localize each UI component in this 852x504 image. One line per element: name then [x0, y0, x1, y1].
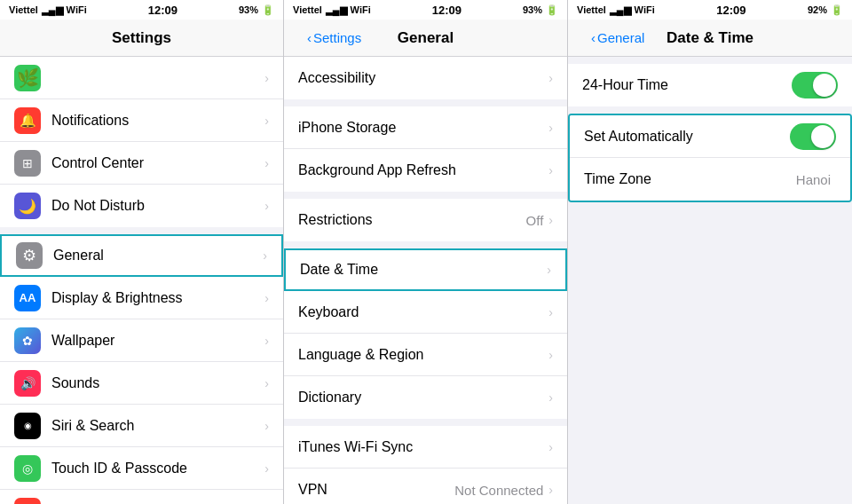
- section-storage: iPhone Storage › Background App Refresh …: [284, 106, 567, 192]
- toggle-knob-24-hour: [813, 74, 836, 97]
- time-zone-value: Hanoi: [796, 172, 831, 187]
- row-language-region[interactable]: Language & Region ›: [284, 334, 567, 376]
- row-24-hour-time[interactable]: 24-Hour Time: [568, 64, 852, 106]
- dictionary-label: Dictionary: [298, 390, 548, 406]
- toggle-knob-set-auto: [811, 125, 834, 148]
- status-left: Viettel ▂▄▆ WiFi: [9, 4, 87, 16]
- highlighted-section: Set Automatically Time Zone Hanoi: [568, 114, 852, 202]
- wifi-mid: WiFi: [351, 4, 371, 15]
- battery-left: 93%: [239, 4, 258, 15]
- battery-mid: 93%: [523, 4, 542, 15]
- general-panel: Viettel ▂▄▆ WiFi 12:09 93% 🔋 ‹ Settings …: [284, 0, 568, 504]
- touch-id-label: Touch ID & Passcode: [51, 461, 264, 476]
- spacer-mid-2: [284, 192, 567, 199]
- row-accessibility[interactable]: Accessibility ›: [284, 57, 567, 99]
- nav-title-mid: General: [398, 29, 454, 47]
- chevron-keyboard: ›: [548, 305, 553, 319]
- section-accessibility: Accessibility ›: [284, 57, 567, 99]
- section-date-keyboard: Date & Time › Keyboard › Language & Regi…: [284, 248, 567, 419]
- sidebar-item-control-center[interactable]: ⊞ Control Center ›: [0, 142, 283, 185]
- sidebar-item-sounds[interactable]: 🔊 Sounds ›: [0, 362, 283, 405]
- sidebar-item-emergency-sos[interactable]: SOS Emergency SOS ›: [0, 490, 283, 504]
- touch-id-icon: ◎: [14, 455, 41, 482]
- date-time-panel: Viettel ▂▄▆ WiFi 12:09 92% 🔋 ‹ General D…: [568, 0, 852, 504]
- status-left-mid: Viettel ▂▄▆ WiFi: [293, 4, 371, 16]
- chevron-display: ›: [264, 291, 269, 305]
- spacer-mid-4: [284, 419, 567, 426]
- chevron-notifications: ›: [264, 114, 269, 128]
- row-vpn[interactable]: VPN Not Connected ›: [284, 469, 567, 504]
- sidebar-item-do-not-disturb[interactable]: 🌙 Do Not Disturb ›: [0, 185, 283, 227]
- chevron-icon: ›: [264, 71, 269, 85]
- chevron-accessibility: ›: [548, 71, 553, 85]
- chevron-restrictions: ›: [548, 213, 553, 227]
- status-right-right: 92% 🔋: [808, 4, 843, 16]
- row-set-automatically[interactable]: Set Automatically: [570, 115, 850, 158]
- back-chevron-right: ‹: [591, 30, 596, 45]
- carrier-left: Viettel: [9, 4, 38, 15]
- row-restrictions[interactable]: Restrictions Off ›: [284, 199, 567, 241]
- signal-left: ▂▄▆: [42, 4, 63, 16]
- battery-icon-mid: 🔋: [546, 4, 558, 16]
- chevron-background-refresh: ›: [548, 163, 553, 177]
- back-button-mid[interactable]: ‹ Settings: [307, 30, 361, 45]
- settings-list-left: 🌿 › 🔔 Notifications › ⊞ Control Center ›: [0, 57, 283, 504]
- sidebar-item-siri[interactable]: ◉ Siri & Search ›: [0, 405, 283, 447]
- chevron-date-time: ›: [547, 263, 551, 277]
- status-right-mid: 93% 🔋: [523, 4, 558, 16]
- language-region-label: Language & Region: [298, 347, 548, 363]
- row-time-zone[interactable]: Time Zone Hanoi: [570, 158, 850, 201]
- control-center-icon: ⊞: [14, 150, 41, 177]
- row-date-time[interactable]: Date & Time ›: [284, 248, 567, 291]
- time-mid: 12:09: [432, 4, 462, 17]
- spacer-mid-3: [284, 241, 567, 248]
- settings-list-right: 24-Hour Time Set Automatically Time Zone…: [568, 57, 852, 504]
- notifications-label: Notifications: [51, 113, 264, 129]
- row-dictionary[interactable]: Dictionary ›: [284, 376, 567, 419]
- time-right: 12:09: [716, 4, 746, 17]
- do-not-disturb-label: Do Not Disturb: [51, 198, 264, 214]
- battery-icon-left: 🔋: [262, 4, 274, 16]
- nav-bar-mid: ‹ Settings General: [284, 20, 567, 57]
- row-background-refresh[interactable]: Background App Refresh ›: [284, 149, 567, 192]
- time-left: 12:09: [148, 4, 178, 17]
- date-time-label: Date & Time: [300, 262, 547, 278]
- carrier-right: Viettel: [577, 4, 606, 15]
- toggle-set-automatically[interactable]: [790, 123, 836, 150]
- section-itunes-vpn: iTunes Wi-Fi Sync › VPN Not Connected ›: [284, 426, 567, 504]
- row-itunes-wifi-sync[interactable]: iTunes Wi-Fi Sync ›: [284, 426, 567, 469]
- keyboard-label: Keyboard: [298, 304, 548, 320]
- sidebar-item-touch-id[interactable]: ◎ Touch ID & Passcode ›: [0, 447, 283, 490]
- top-icon: 🌿: [14, 65, 41, 91]
- section-general-group: ⚙ General › AA Display & Brightness › ✿ …: [0, 234, 283, 504]
- vpn-value: Not Connected: [454, 483, 543, 498]
- 24-hour-label: 24-Hour Time: [582, 77, 792, 93]
- settings-row-top-icon[interactable]: 🌿 ›: [0, 57, 283, 99]
- sidebar-item-general[interactable]: ⚙ General ›: [0, 234, 283, 277]
- sidebar-item-notifications[interactable]: 🔔 Notifications ›: [0, 99, 283, 142]
- spacer-right-1: [568, 57, 852, 64]
- sidebar-item-display[interactable]: AA Display & Brightness ›: [0, 277, 283, 319]
- itunes-wifi-label: iTunes Wi-Fi Sync: [298, 439, 548, 455]
- back-button-right[interactable]: ‹ General: [591, 30, 644, 45]
- status-left-right: Viettel ▂▄▆ WiFi: [577, 4, 655, 16]
- restrictions-label: Restrictions: [298, 212, 526, 228]
- row-iphone-storage[interactable]: iPhone Storage ›: [284, 106, 567, 149]
- carrier-mid: Viettel: [293, 4, 322, 15]
- chevron-touch-id: ›: [264, 461, 269, 476]
- section-24hour: 24-Hour Time: [568, 64, 852, 106]
- row-keyboard[interactable]: Keyboard ›: [284, 291, 567, 334]
- nav-title-left: Settings: [112, 29, 171, 47]
- sidebar-item-wallpaper[interactable]: ✿ Wallpaper ›: [0, 319, 283, 362]
- chevron-sounds: ›: [264, 376, 269, 390]
- iphone-storage-label: iPhone Storage: [298, 120, 548, 136]
- chevron-siri: ›: [264, 419, 269, 433]
- back-chevron-mid: ‹: [307, 30, 312, 45]
- display-label: Display & Brightness: [51, 290, 264, 306]
- siri-label: Siri & Search: [51, 418, 264, 434]
- do-not-disturb-icon: 🌙: [14, 193, 41, 219]
- spacer-right-2: [568, 106, 852, 114]
- nav-bar-left: Settings: [0, 20, 283, 57]
- status-bar-mid: Viettel ▂▄▆ WiFi 12:09 93% 🔋: [284, 0, 567, 20]
- toggle-24-hour[interactable]: [792, 72, 838, 98]
